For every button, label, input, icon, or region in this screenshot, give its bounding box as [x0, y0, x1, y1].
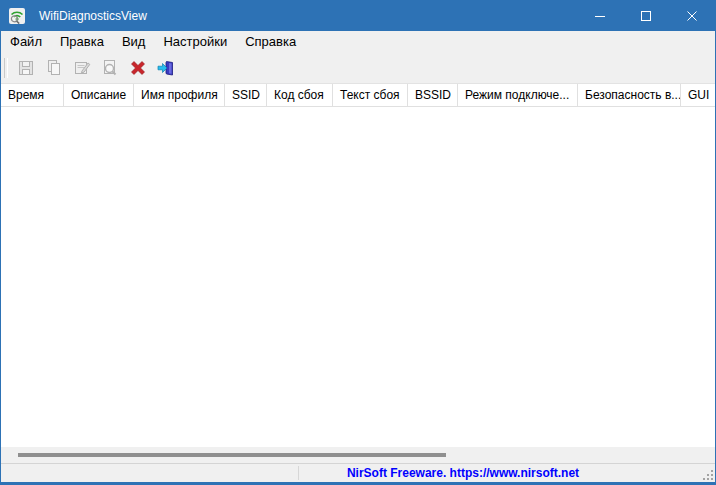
window-title: WifiDiagnosticsView — [39, 9, 147, 23]
column-header[interactable]: Описание — [64, 84, 134, 106]
column-header[interactable]: Режим подключе... — [458, 84, 578, 106]
title-bar[interactable]: WifiDiagnosticsView — [1, 0, 715, 31]
horizontal-scrollbar[interactable] — [1, 447, 715, 463]
column-header-label: Безопасность в... — [585, 88, 681, 102]
app-icon — [9, 8, 25, 24]
menu-item-1[interactable]: Файл — [1, 31, 51, 53]
column-header-label: GUI — [688, 88, 709, 102]
menu-bar: ФайлПравкаВидНастройкиСправка — [1, 31, 715, 53]
exit-door-icon — [157, 59, 175, 77]
column-header[interactable]: Текст сбоя — [333, 84, 408, 106]
red-x-icon — [129, 59, 147, 77]
find-button[interactable] — [96, 55, 124, 81]
column-header-label: Текст сбоя — [340, 88, 400, 102]
column-header[interactable]: SSID — [225, 84, 267, 106]
column-header[interactable]: Имя профиля — [134, 84, 225, 106]
column-header-label: Режим подключе... — [465, 88, 569, 102]
app-window: WifiDiagnosticsView ФайлПравкаВидНастрой… — [0, 0, 716, 485]
resize-grip[interactable] — [703, 470, 713, 480]
toolbar-gripper — [4, 58, 8, 78]
column-header-label: BSSID — [415, 88, 451, 102]
column-header-label: Время — [8, 88, 44, 102]
find-icon — [101, 59, 119, 77]
minimize-button[interactable] — [577, 0, 623, 31]
column-header-label: Код сбоя — [274, 88, 324, 102]
delete-button[interactable] — [124, 55, 152, 81]
menu-item-2[interactable]: Правка — [51, 31, 113, 53]
column-header[interactable]: BSSID — [408, 84, 458, 106]
status-pane-left — [1, 466, 299, 480]
column-header[interactable]: GUI — [681, 84, 715, 106]
save-button[interactable] — [12, 55, 40, 81]
menu-item-4[interactable]: Настройки — [154, 31, 236, 53]
toolbar — [1, 53, 715, 83]
events-listview: ВремяОписаниеИмя профиляSSIDКод сбояТекс… — [1, 83, 715, 463]
column-header-label: SSID — [232, 88, 260, 102]
properties-icon — [73, 59, 91, 77]
close-button[interactable] — [669, 0, 715, 31]
column-header[interactable]: Время — [1, 84, 64, 106]
column-header-row: ВремяОписаниеИмя профиляSSIDКод сбояТекс… — [1, 84, 715, 107]
copy-button[interactable] — [40, 55, 68, 81]
copy-icon — [45, 59, 63, 77]
status-pane-main: NirSoft Freeware. https://www.nirsoft.ne… — [299, 466, 715, 480]
caption-buttons — [577, 0, 715, 31]
close-icon — [687, 11, 697, 21]
maximize-button[interactable] — [623, 0, 669, 31]
properties-button[interactable] — [68, 55, 96, 81]
nirsoft-link[interactable]: NirSoft Freeware. https://www.nirsoft.ne… — [347, 466, 579, 480]
scrollbar-thumb[interactable] — [18, 453, 446, 457]
column-header[interactable]: Безопасность в... — [578, 84, 681, 106]
minimize-icon — [595, 11, 605, 21]
status-bar: NirSoft Freeware. https://www.nirsoft.ne… — [1, 463, 715, 482]
floppy-icon — [17, 59, 35, 77]
menu-item-5[interactable]: Справка — [236, 31, 305, 53]
list-body — [1, 107, 715, 447]
exit-button[interactable] — [152, 55, 180, 81]
column-header[interactable]: Код сбоя — [267, 84, 333, 106]
menu-item-3[interactable]: Вид — [113, 31, 155, 53]
column-header-label: Описание — [71, 88, 126, 102]
column-header-label: Имя профиля — [141, 88, 218, 102]
maximize-icon — [641, 11, 651, 21]
